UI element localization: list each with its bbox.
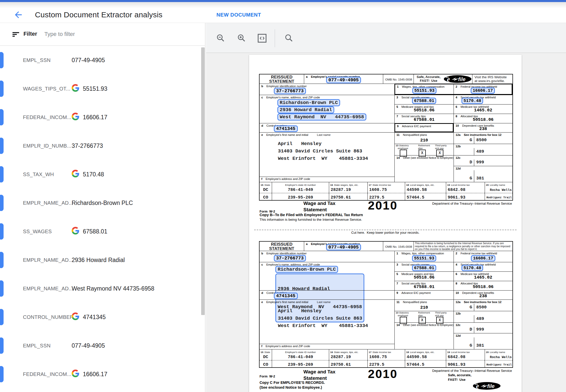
field-value-group: 67588.01 — [72, 227, 107, 236]
zoom-out-button[interactable] — [216, 33, 225, 43]
w2-box-e: eEmployee's first name and initial Last … — [260, 299, 394, 344]
w2-box-4: 4Social security tax withheld 5170.48 — [454, 262, 512, 271]
field-name: EMPL_SSN — [23, 343, 50, 349]
employee-city: West Erinfort WY 45881-3334 — [278, 155, 368, 162]
filter-label: Filter — [23, 31, 37, 37]
svg-text:e: e — [476, 382, 479, 390]
w2-promo-safe: Safe, Accurate,FAST! Use — [414, 74, 443, 84]
list-item[interactable]: FEDERAL_INCOM... 16606.17 — [0, 360, 201, 388]
w2-reissued-cell: REISSUED STATEMENT — [260, 74, 304, 84]
w2-box-c: cEmployer's name, address, and ZIP code … — [260, 95, 394, 123]
entity-color-bar — [0, 138, 4, 154]
field-name: CONTROL_NUMBER — [23, 314, 73, 320]
google-icon — [72, 84, 79, 93]
w2-box-3: 3Social security wages 67588.01 — [394, 95, 454, 104]
search-icon — [284, 33, 293, 43]
copy-b-line: Copy B--To Be Filed with Employee's FEDE… — [260, 213, 363, 217]
highlight-ss-tax: 5170.48 — [461, 98, 483, 104]
employee-name: April Hensley — [278, 140, 368, 148]
w2-box-12d: 12d G 381 — [454, 333, 512, 349]
w2-box-4: 4Social security tax withheld 5170.48 — [454, 95, 512, 104]
copy-c-line: Copy C For EMPLOYEE'S RECORDS. — [260, 381, 325, 385]
efile-logo: IRS e file — [472, 372, 501, 392]
field-value: 67588.01 — [83, 228, 107, 235]
list-item[interactable]: WAGES_TIPS_OT... 55151.93 — [0, 74, 201, 103]
highlight-wages: 55151.93 — [412, 255, 436, 262]
w2-box-b: bEmployer identification number 37-27667… — [260, 251, 394, 262]
new-document-button[interactable]: NEW DOCUMENT — [216, 12, 261, 18]
w2-box-d: dControl number 4741345 — [260, 123, 394, 132]
field-name: FEDERAL_INCOM... — [23, 114, 71, 120]
highlight-control-number: 4741345 — [274, 125, 298, 132]
w2-omb: OMB No. 1545-0008 — [383, 74, 414, 84]
employee-name: April Hensley — [278, 307, 368, 315]
w2-box-e: eEmployee's first name and initial Last … — [260, 132, 394, 177]
list-item[interactable]: EMPLR_NAME_AD... West Raymond NV 44735-6… — [0, 274, 201, 303]
zoom-out-icon — [216, 33, 225, 43]
google-icon — [72, 312, 79, 322]
list-item[interactable]: SS_WAGES 67588.01 — [0, 217, 201, 246]
field-list: EMPL_SSN 077-49-4905 WAGES_TIPS_OT... 55… — [0, 46, 205, 392]
google-icon — [72, 370, 79, 379]
w2-box-12c: 12c D 999 — [454, 322, 512, 333]
highlight-employer-street: 2936 Howard Radial — [277, 106, 334, 113]
list-item[interactable]: EMPL_SSN 077-49-4905 — [0, 46, 201, 74]
field-name: SS_WAGES — [23, 229, 52, 234]
highlight-employer-city: West Raymond NV 44735-6958 — [277, 113, 366, 121]
w2-box-12c: 12c D 999 — [454, 155, 512, 166]
code-brackets-icon — [257, 33, 267, 43]
entity-color-bar — [0, 166, 4, 182]
w2-box-7: 7Social security tips 67588.01 — [394, 114, 454, 123]
highlight-empl-ssn: 077-49-4905 — [326, 244, 361, 251]
zoom-in-icon — [237, 33, 246, 43]
w2-box-9: 9Advance EIC payment — [394, 290, 454, 299]
highlight-fed-tax: 16606.17 — [471, 255, 495, 262]
highlight-fed-tax: 16606.17 — [471, 87, 495, 94]
list-item[interactable]: EMPL_SSN 077-49-4905 — [0, 331, 201, 360]
highlight-ss-tax: 5170.48 — [461, 265, 483, 271]
field-value-group: 2936 Howard Radial — [72, 257, 125, 264]
field-name: EMPLR_NAME_AD... — [23, 257, 73, 263]
w2-box-f: fEmployee's address and ZIP code — [260, 177, 394, 182]
w2-box-6: 6Medicare tax withheld 1465.02 — [454, 271, 512, 281]
field-value-group: 077-49-4905 — [72, 342, 105, 349]
list-item[interactable]: SS_TAX_WH 5170.48 — [0, 160, 201, 189]
employee-street: 31403 David Circles Suite 863 — [278, 315, 368, 322]
state-row: CO — [260, 193, 272, 200]
toolbar-divider — [275, 29, 275, 47]
entity-color-bar — [0, 223, 4, 240]
search-document-button[interactable] — [284, 33, 293, 43]
box-e-label: Employee's first name and initial — [266, 133, 308, 136]
document-page: REISSUED STATEMENT aEmployee's social se… — [249, 55, 522, 392]
google-icon — [72, 227, 79, 236]
extracted-fields-panel: Filter EMPL_SSN 077-49-4905 WAGES_TIPS_O… — [0, 23, 205, 392]
w2-box-1: 1Wages, tips, other compensation 55151.9… — [395, 84, 454, 94]
entity-color-bar — [0, 252, 4, 268]
list-item[interactable]: CONTROL_NUMBER 4741345 — [0, 303, 201, 331]
w2-promo-visit: Visit the IRS Websiteat www.irs.gov/efil… — [472, 74, 512, 84]
w2-box-1: 1Wages, tips, other compensation 55151.9… — [394, 251, 454, 262]
app-header: Custom Document Extractor analysis NEW D… — [0, 2, 566, 23]
list-item[interactable]: EMPLR_NAME_AD... 2936 Howard Radial — [0, 246, 201, 274]
w2-box-a: aEmployee's social security number 077-4… — [304, 242, 383, 251]
field-value-group: Richardson-Brown PLC — [72, 200, 133, 206]
list-item[interactable]: EMPLR_NAME_AD... Richardson-Brown PLC — [0, 189, 201, 217]
w2-box-5: 5Medicare wages and tips 50518.06 — [394, 104, 454, 114]
field-value: 16606.17 — [83, 114, 107, 121]
back-button[interactable] — [13, 10, 23, 20]
field-name: EMPL_SSN — [23, 57, 50, 63]
field-value: 55151.93 — [83, 85, 107, 92]
list-item[interactable]: EMPLR_ID_NUMB... 37-2766773 — [0, 132, 201, 160]
list-scrollbar[interactable] — [201, 47, 205, 315]
field-value: 077-49-4905 — [72, 57, 105, 64]
w2-box-8: 8Allocated tips 50518.06 — [454, 281, 512, 290]
employee-street: 31403 David Circles Suite 863 — [278, 148, 368, 155]
field-value-group: 55151.93 — [72, 84, 107, 93]
view-json-button[interactable] — [257, 33, 266, 43]
w2-box-5: 5Medicare wages and tips 50518.06 — [394, 271, 454, 281]
filter-input[interactable] — [44, 29, 187, 39]
field-value: 37-2766773 — [72, 142, 103, 149]
w2-box1-2-group: 1Wages, tips, other compensation 55151.9… — [394, 84, 512, 95]
list-item[interactable]: FEDERAL_INCOM... 16606.17 — [0, 103, 201, 132]
zoom-in-button[interactable] — [237, 33, 246, 43]
